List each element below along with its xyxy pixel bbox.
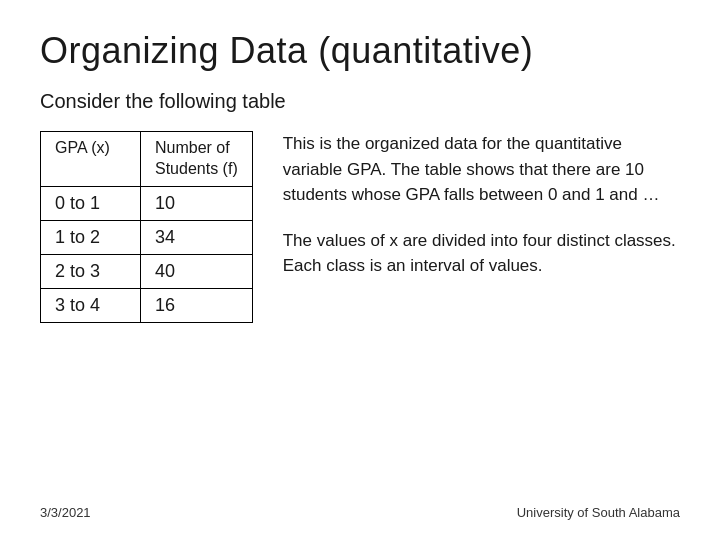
right-text-panel: This is the organized data for the quant… xyxy=(283,131,680,493)
frequency-cell: 34 xyxy=(141,220,253,254)
table-container: GPA (x) Number ofStudents (f) 0 to 1101 … xyxy=(40,131,253,493)
frequency-cell: 10 xyxy=(141,186,253,220)
gpa-cell: 3 to 4 xyxy=(41,288,141,322)
content-area: GPA (x) Number ofStudents (f) 0 to 1101 … xyxy=(40,131,680,493)
page-title: Organizing Data (quantitative) xyxy=(40,30,680,72)
col-header-gpa: GPA (x) xyxy=(41,132,141,187)
gpa-cell: 0 to 1 xyxy=(41,186,141,220)
data-table: GPA (x) Number ofStudents (f) 0 to 1101 … xyxy=(40,131,253,323)
frequency-cell: 16 xyxy=(141,288,253,322)
table-row: 2 to 340 xyxy=(41,254,253,288)
table-row: 3 to 416 xyxy=(41,288,253,322)
slide: Organizing Data (quantitative) Consider … xyxy=(0,0,720,540)
paragraph-bottom: The values of x are divided into four di… xyxy=(283,228,680,279)
gpa-cell: 1 to 2 xyxy=(41,220,141,254)
table-row: 0 to 110 xyxy=(41,186,253,220)
footer: 3/3/2021 University of South Alabama xyxy=(40,505,680,520)
gpa-cell: 2 to 3 xyxy=(41,254,141,288)
subtitle: Consider the following table xyxy=(40,90,680,113)
paragraph-top: This is the organized data for the quant… xyxy=(283,131,680,208)
frequency-cell: 40 xyxy=(141,254,253,288)
footer-date: 3/3/2021 xyxy=(40,505,91,520)
footer-university: University of South Alabama xyxy=(517,505,680,520)
table-row: 1 to 234 xyxy=(41,220,253,254)
col-header-students: Number ofStudents (f) xyxy=(141,132,253,187)
